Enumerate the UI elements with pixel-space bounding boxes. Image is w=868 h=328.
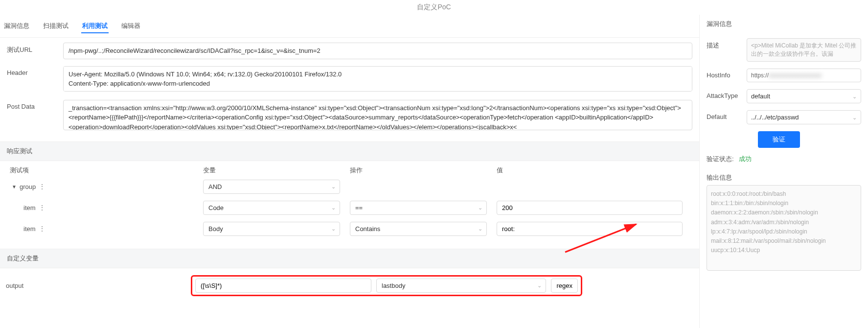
chevron-down-icon: ⌄ (478, 226, 482, 232)
chevron-down-icon: ▼ (12, 184, 17, 189)
variable-select[interactable]: Body ⌄ (203, 222, 340, 236)
rule-item-label: item (23, 204, 36, 211)
tab-vuln-info[interactable]: 漏洞信息 (3, 20, 30, 33)
col-operation: 操作 (350, 166, 497, 175)
hostinfo-redacted: xxxxxxxxxxxxxxxxxx (769, 72, 822, 79)
chevron-down-icon: ⌄ (852, 93, 857, 99)
group-operator-select[interactable]: AND ⌄ (203, 180, 340, 194)
chevron-down-icon: ⌄ (852, 114, 857, 120)
rule-item[interactable]: item ⋮ (10, 225, 203, 233)
tab-scan-test[interactable]: 扫描测试 (42, 20, 69, 33)
operation-select[interactable]: Contains ⌄ (350, 222, 487, 236)
rule-group-label: group (20, 183, 36, 190)
chevron-down-icon: ⌄ (331, 184, 336, 190)
hostinfo-prefix: https:// (751, 72, 769, 79)
custom-var-section-header: 自定义变量 (0, 249, 699, 268)
value-input[interactable] (497, 201, 683, 215)
attacktype-select[interactable]: default ⌄ (747, 89, 861, 103)
highlight-annotation: lastbody ⌄ regex (191, 275, 582, 296)
chevron-down-icon: ⌄ (478, 205, 482, 211)
more-icon[interactable]: ⋮ (39, 183, 45, 190)
tab-exploit-test[interactable]: 利用测试 (81, 20, 109, 33)
rule-item-label: item (23, 225, 36, 233)
rule-item[interactable]: item ⋮ (10, 204, 203, 211)
verify-button[interactable]: 验证 (758, 131, 800, 148)
tab-editor[interactable]: 编辑器 (120, 20, 141, 33)
verify-status-value: 成功 (739, 155, 752, 164)
more-icon[interactable]: ⋮ (39, 225, 45, 233)
rule-group[interactable]: ▼ group ⋮ (10, 183, 203, 190)
default-value: ../../../etc/passwd (751, 114, 799, 121)
output-textarea[interactable]: root:x:0:0:root:/root:/bin/bash bin:x:1:… (707, 185, 861, 271)
hostinfo-input[interactable]: https://xxxxxxxxxxxxxxxxxx (747, 69, 861, 82)
header-label: Header (7, 66, 63, 76)
custom-var-name: output (5, 282, 186, 289)
chevron-down-icon: ⌄ (331, 226, 336, 232)
source-value: lastbody (382, 282, 405, 289)
response-section-header: 响应测试 (0, 141, 699, 161)
value-input[interactable] (497, 222, 683, 236)
col-test-item: 测试项 (10, 166, 203, 175)
chevron-down-icon: ⌄ (331, 205, 336, 211)
regex-input[interactable] (195, 279, 371, 293)
verify-status-label: 验证状态: (707, 155, 734, 164)
default-label: Default (707, 110, 742, 120)
postdata-label: Post Data (7, 100, 63, 110)
rules-table-header: 测试项 变量 操作 值 (0, 161, 699, 180)
right-panel: 漏洞信息 描述 <p>Mitel MiCollab 是加拿大 Mitel 公司推… (699, 15, 868, 328)
test-url-input[interactable] (63, 43, 692, 59)
variable-value: Code (208, 204, 224, 211)
desc-textarea[interactable]: <p>Mitel MiCollab 是加拿大 Mitel 公司推出的一款企业级协… (747, 38, 861, 62)
hostinfo-label: HostInfo (707, 69, 742, 79)
page-title: 自定义PoC (0, 0, 868, 15)
variable-select[interactable]: Code ⌄ (203, 201, 340, 215)
col-value: 值 (497, 166, 689, 175)
variable-value: Body (208, 225, 223, 233)
source-select[interactable]: lastbody ⌄ (376, 279, 546, 293)
left-panel: 漏洞信息 扫描测试 利用测试 编辑器 测试URL Header Post Dat… (0, 15, 699, 328)
attacktype-value: default (751, 93, 770, 100)
attacktype-label: AttackType (707, 89, 742, 99)
desc-label: 描述 (707, 38, 742, 50)
group-operator-value: AND (208, 183, 222, 190)
default-select[interactable]: ../../../etc/passwd ⌄ (747, 110, 861, 124)
operation-value: Contains (355, 225, 380, 233)
regex-type-button[interactable]: regex (551, 279, 578, 293)
operation-value: == (355, 204, 363, 211)
chevron-down-icon: ⌄ (537, 282, 542, 289)
output-label: 输出信息 (707, 170, 732, 182)
col-variable: 变量 (203, 166, 350, 175)
right-panel-title: 漏洞信息 (707, 20, 861, 28)
operation-select[interactable]: == ⌄ (350, 201, 487, 215)
test-url-label: 测试URL (7, 43, 63, 54)
more-icon[interactable]: ⋮ (39, 204, 45, 211)
header-input[interactable] (63, 66, 692, 92)
tabs: 漏洞信息 扫描测试 利用测试 编辑器 (0, 15, 699, 38)
postdata-input[interactable] (63, 100, 692, 130)
